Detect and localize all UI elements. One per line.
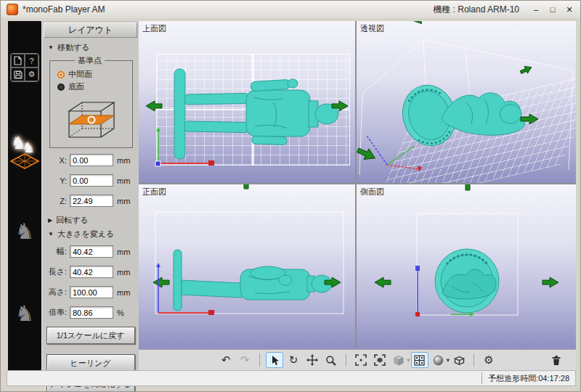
scale-label: 倍率: [42, 307, 67, 318]
solid-view-dropdown[interactable]: ▾ [407, 356, 410, 364]
rotate-section-header[interactable]: ▶ 回転する [48, 215, 139, 226]
x-unit: mm [117, 156, 130, 165]
settings-icon[interactable]: ⚙ [25, 68, 38, 81]
origin-legend: 基準点 [75, 55, 105, 66]
pan-icon [306, 354, 318, 366]
y-input[interactable] [70, 174, 113, 187]
viewport-front[interactable]: 正面図 [139, 184, 355, 349]
save-icon[interactable] [11, 68, 25, 81]
solid-view-button[interactable] [390, 352, 407, 368]
rotate-view-button[interactable]: ↻ [285, 352, 302, 368]
estimated-time-label: 予想造形時間:04:17:28 [482, 372, 575, 384]
fit-view-button[interactable] [352, 352, 370, 368]
quick-menu: ? ⚙ [10, 53, 39, 82]
app-window: *monoFab Player AM 機種 : Roland ARM-10 – … [0, 0, 581, 392]
redo-icon: ↷ [240, 354, 250, 367]
close-button[interactable]: ✕ [563, 4, 576, 15]
quad-view-button[interactable] [411, 352, 428, 368]
undo-button[interactable]: ↶ [217, 352, 235, 368]
nudge-arrow-up[interactable] [463, 184, 473, 190]
x-label: X: [42, 156, 67, 165]
scale-input[interactable] [70, 306, 113, 319]
title-bar: *monoFab Player AM 機種 : Roland ARM-10 – … [1, 1, 581, 18]
rotate-section-label: 回転する [56, 215, 89, 226]
move-section-header[interactable]: ▼ 移動する [48, 42, 139, 53]
width-field-row: 幅: mm [42, 245, 139, 258]
front-view-canvas[interactable] [139, 184, 355, 349]
radio-selected-icon[interactable] [57, 71, 65, 78]
layout-step-active[interactable]: ♞ ♞ [8, 131, 41, 169]
trash-icon [551, 355, 561, 366]
redo-button[interactable]: ↷ [236, 352, 253, 368]
panel-title: レイアウト [44, 23, 137, 38]
origin-option-middle[interactable]: 中間面 [57, 69, 129, 80]
viewport-area: 上面図 [139, 21, 576, 349]
delete-button[interactable] [548, 352, 565, 368]
height-label: 高さ: [42, 287, 67, 298]
toolbar-separator [474, 354, 474, 367]
move-section-label: 移動する [57, 42, 90, 53]
z-input[interactable] [70, 195, 113, 207]
model-front-view[interactable] [174, 250, 332, 311]
model-side-view[interactable] [435, 249, 499, 313]
minimize-button[interactable]: – [529, 4, 543, 15]
viewport-side-label: 側面図 [360, 187, 384, 197]
build-box-icon [453, 354, 466, 366]
radio-unselected-icon[interactable] [57, 83, 65, 91]
render-style-dropdown[interactable]: ▾ [447, 356, 450, 364]
nudge-arrow-left[interactable] [146, 101, 162, 111]
view-settings-button[interactable]: ⚙ [480, 352, 497, 368]
nudge-arrow-right[interactable] [543, 277, 558, 287]
select-tool-button[interactable] [266, 352, 283, 368]
axis-indicator [367, 136, 422, 172]
size-section-label: 大きさを変える [57, 229, 114, 240]
toolbar-separator [259, 354, 260, 367]
zoom-view-button[interactable] [322, 352, 340, 368]
nudge-arrow-left[interactable] [375, 277, 391, 287]
build-area-button[interactable] [450, 352, 468, 368]
help-icon[interactable]: ? [25, 54, 38, 68]
nudge-arrow-up[interactable] [241, 184, 251, 189]
fit-selection-button[interactable] [371, 352, 389, 368]
side-view-canvas[interactable] [357, 184, 576, 349]
checkerboard-icon [10, 153, 39, 169]
machine-label: 機種 : Roland ARM-10 [433, 4, 519, 16]
new-file-icon[interactable] [11, 54, 25, 68]
perspective-view-canvas[interactable] [357, 21, 576, 183]
render-style-button[interactable] [430, 352, 447, 368]
undo-icon: ↶ [222, 354, 231, 367]
x-input[interactable] [70, 154, 113, 166]
layout-panel: レイアウト ▼ 移動する 基準点 中間面 底面 [41, 21, 139, 370]
height-input[interactable] [70, 286, 113, 298]
print-step[interactable]: ♞ [8, 301, 41, 326]
viewport-side[interactable]: 側面図 [357, 184, 576, 349]
origin-group: 基準点 中間面 底面 [49, 55, 133, 148]
origin-option-bottom[interactable]: 底面 [57, 81, 129, 92]
status-bar: 予想造形時間:04:17:28 [7, 370, 576, 386]
pan-view-button[interactable] [304, 352, 321, 368]
reset-scale-button[interactable]: 1/1スケールに戻す [46, 327, 135, 344]
origin-middle-label: 中間面 [68, 69, 92, 80]
collapse-arrow-icon: ▼ [48, 44, 54, 51]
nudge-arrow-small-right[interactable] [519, 64, 533, 75]
viewport-perspective[interactable]: 透視図 [357, 21, 576, 183]
preview-step[interactable]: ♞ [8, 219, 41, 244]
model-top-view[interactable] [174, 69, 338, 159]
nudge-arrow-up-left[interactable] [407, 21, 426, 27]
view-toolbar: ↶ ↷ ↻ [139, 349, 576, 370]
origin-cube-diagram [59, 95, 126, 143]
cursor-icon [269, 355, 280, 366]
width-input[interactable] [70, 245, 113, 258]
top-view-canvas[interactable] [139, 21, 355, 183]
length-unit: mm [117, 268, 130, 277]
x-field-row: X: mm [42, 154, 139, 166]
size-section-header[interactable]: ▼ 大きさを変える [48, 229, 139, 240]
app-icon [7, 4, 18, 15]
viewport-top[interactable]: 上面図 [139, 21, 355, 183]
model-perspective-view[interactable] [396, 79, 525, 152]
length-field-row: 長さ: mm [42, 266, 139, 278]
maximize-button[interactable]: □ [546, 4, 559, 15]
healing-button[interactable]: ヒーリング [46, 354, 135, 372]
length-input[interactable] [70, 266, 113, 278]
scale-unit: % [117, 309, 124, 317]
